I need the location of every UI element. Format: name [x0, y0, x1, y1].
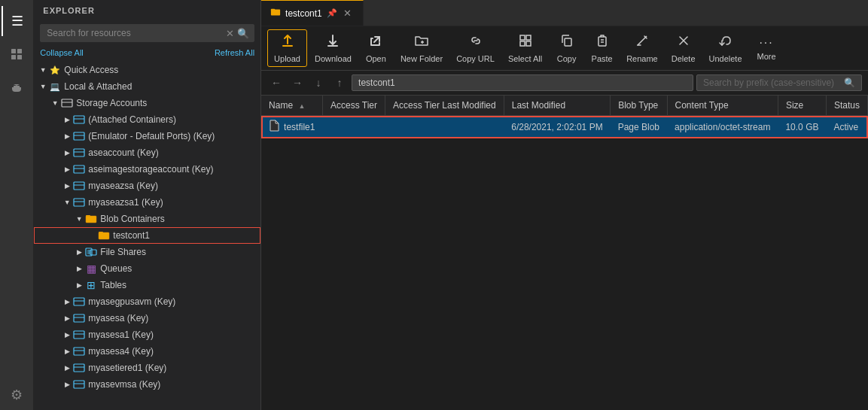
queues-label: Queues: [100, 263, 132, 274]
aseimagestorageaccount-arrow: [61, 163, 73, 175]
table-container[interactable]: Name ▲ Access Tier Access Tier Last Modi…: [261, 96, 868, 410]
plugin-icon[interactable]: [2, 72, 32, 102]
myasesa4-label: myasesa4 (Key): [88, 346, 154, 357]
tree-item-myaseazsa[interactable]: myaseazsa (Key): [34, 178, 260, 194]
svg-rect-5: [62, 99, 72, 107]
rename-label: Rename: [626, 54, 658, 63]
tree-item-myasegpusavm[interactable]: myasegpusavm (Key): [34, 293, 260, 310]
tree-item-storage-accounts[interactable]: Storage Accounts: [34, 95, 260, 111]
svg-rect-11: [74, 149, 84, 156]
tables-icon: ⊞: [85, 279, 97, 291]
delete-button[interactable]: Delete: [665, 30, 702, 66]
rename-button[interactable]: Rename: [620, 30, 664, 66]
collapse-all-link[interactable]: Collapse All: [40, 48, 83, 57]
queues-arrow: [73, 263, 85, 275]
paste-button[interactable]: Paste: [585, 30, 619, 66]
tree-item-tables[interactable]: ⊞ Tables: [34, 277, 260, 293]
open-button[interactable]: Open: [359, 30, 393, 66]
myasetiered1-label: myasetiered1 (Key): [88, 363, 166, 373]
nav-back-button[interactable]: ←: [267, 74, 285, 92]
emulator-label: (Emulator - Default Ports) (Key): [88, 131, 215, 141]
explorer-icon[interactable]: [2, 39, 32, 69]
nav-bar: ← → ↓ ↑ testcont1 🔍: [261, 71, 868, 96]
tree-item-emulator[interactable]: (Emulator - Default Ports) (Key): [34, 128, 260, 144]
tree-item-myasetiered1[interactable]: myasetiered1 (Key): [34, 360, 260, 376]
tree-item-attached-containers[interactable]: (Attached Containers): [34, 111, 260, 128]
nav-forward-button[interactable]: →: [288, 74, 306, 92]
tree-item-queues[interactable]: ▦ Queues: [34, 260, 260, 277]
tab-label: testcont1: [285, 8, 322, 19]
search-btn-icon[interactable]: 🔍: [236, 28, 251, 39]
search-bar[interactable]: ✕ 🔍: [40, 24, 254, 42]
tree-item-myasesa4[interactable]: myasesa4 (Key): [34, 343, 260, 360]
svg-rect-15: [74, 182, 84, 190]
svg-rect-32: [74, 314, 84, 322]
copy-label: Copy: [557, 54, 577, 63]
undelete-icon: [718, 33, 733, 52]
select-all-button[interactable]: Select All: [502, 30, 548, 66]
tree-item-blob-containers[interactable]: Blob Containers: [34, 211, 260, 227]
tree-item-testcont1[interactable]: testcont1: [34, 227, 260, 244]
access-tier-modified-col-header[interactable]: Access Tier Last Modified: [385, 96, 504, 116]
content-type-col-header[interactable]: Content Type: [667, 96, 778, 116]
aseimagestorageaccount-icon: [73, 163, 85, 175]
svg-point-4: [15, 87, 18, 90]
svg-rect-34: [74, 331, 84, 339]
access-tier-col-header[interactable]: Access Tier: [322, 96, 385, 116]
tree-item-aseimagestorageaccount[interactable]: aseimagestorageaccount (Key): [34, 161, 260, 178]
tree-item-myasesa1[interactable]: myasesa1 (Key): [34, 326, 260, 343]
svg-rect-1: [17, 49, 22, 53]
search-clear-icon[interactable]: ✕: [224, 28, 236, 39]
nav-search-input[interactable]: [703, 77, 841, 88]
table-header-row: Name ▲ Access Tier Access Tier Last Modi…: [261, 96, 867, 116]
tab-testcont1[interactable]: testcont1 📌 ✕: [261, 0, 364, 26]
svg-rect-3: [17, 55, 22, 59]
files-table: Name ▲ Access Tier Access Tier Last Modi…: [261, 96, 868, 138]
svg-rect-49: [520, 35, 525, 40]
tree-item-aseaccount[interactable]: aseaccount (Key): [34, 144, 260, 161]
tree-item-file-shares[interactable]: File Shares: [34, 244, 260, 260]
svg-rect-52: [526, 41, 531, 46]
status-col-header[interactable]: Status: [826, 96, 867, 116]
tree-item-myaseazsa1[interactable]: myaseazsa1 (Key): [34, 194, 260, 211]
nav-path-input[interactable]: testcont1: [352, 74, 693, 91]
copy-button[interactable]: Copy: [550, 30, 583, 66]
new-folder-button[interactable]: New Folder: [394, 30, 449, 66]
name-col-header[interactable]: Name ▲: [261, 96, 322, 116]
settings-icon[interactable]: ⚙: [2, 380, 32, 410]
tree-item-local-attached[interactable]: 💻 Local & Attached: [34, 78, 260, 95]
testfile1-name-cell: testfile1: [261, 116, 322, 138]
tree-container[interactable]: ⭐ Quick Access 💻 Local & Attached Storag…: [34, 62, 260, 410]
tab-pin-icon[interactable]: 📌: [327, 8, 337, 18]
upload-button[interactable]: Upload: [267, 29, 307, 67]
aseaccount-icon: [73, 147, 85, 159]
menu-icon[interactable]: ☰: [2, 6, 32, 36]
last-modified-col-label: Last Modified: [512, 100, 565, 111]
size-col-header[interactable]: Size: [778, 96, 826, 116]
nav-up-button[interactable]: ↑: [330, 74, 349, 92]
delete-icon: [676, 33, 691, 52]
search-input[interactable]: [44, 26, 224, 40]
tree-item-quick-access[interactable]: ⭐ Quick Access: [34, 62, 260, 78]
tab-close-button[interactable]: ✕: [342, 8, 354, 20]
copy-url-button[interactable]: Copy URL: [450, 30, 501, 66]
nav-search-bar[interactable]: 🔍: [696, 74, 862, 91]
last-modified-col-header[interactable]: Last Modified: [504, 96, 610, 116]
nav-down-button[interactable]: ↓: [309, 74, 327, 92]
myasesa-arrow: [61, 312, 73, 324]
more-button[interactable]: ··· More: [750, 33, 784, 64]
tree-item-myasevmsa[interactable]: myasevmsa (Key): [34, 376, 260, 393]
blob-type-col-header[interactable]: Blob Type: [611, 96, 667, 116]
myasesa-label: myasesa (Key): [88, 313, 148, 323]
blob-containers-label: Blob Containers: [100, 214, 164, 224]
svg-rect-20: [86, 215, 90, 217]
blob-containers-arrow: [73, 213, 85, 225]
tree-item-myasesa[interactable]: myasesa (Key): [34, 310, 260, 326]
table-row-testfile1[interactable]: testfile1 6/28/2021, 2:02:01 PM Page Blo…: [261, 116, 867, 138]
name-col-label: Name: [269, 100, 293, 111]
file-shares-arrow: [73, 246, 85, 258]
myasesa1-label: myasesa1 (Key): [88, 330, 154, 340]
download-button[interactable]: Download: [309, 30, 358, 66]
refresh-all-link[interactable]: Refresh All: [215, 48, 254, 57]
undelete-button[interactable]: Undelete: [703, 30, 748, 66]
